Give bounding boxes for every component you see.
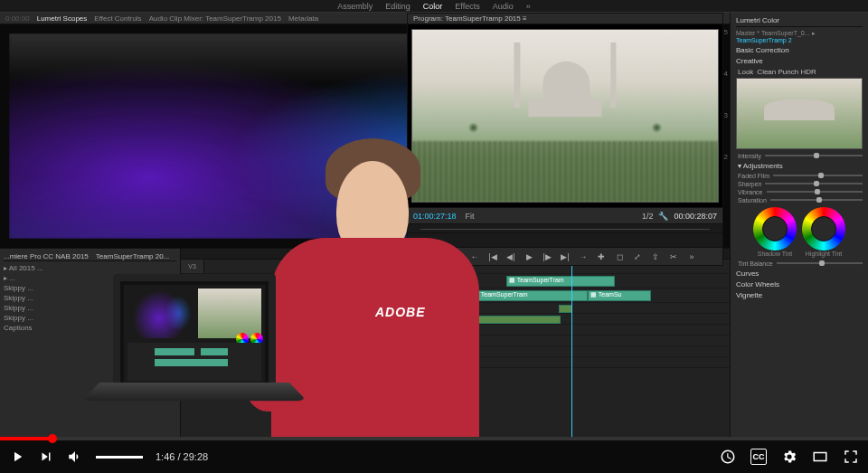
wrench-icon[interactable]: 🔧 [658, 212, 668, 221]
next-frame-btn[interactable]: |▶ [542, 251, 552, 262]
export-frame-btn[interactable]: ⇪ [650, 251, 661, 262]
slider-label-saturation: Saturation [738, 197, 767, 203]
safe-margin-btn[interactable]: ✂ [668, 251, 679, 262]
lift-btn[interactable]: ◻ [614, 251, 625, 262]
program-resolution[interactable]: 1/2 [642, 212, 654, 221]
lumetri-master: Master * TeamSuperT_0... [736, 30, 810, 36]
step-fwd-btn[interactable]: ▶| [560, 251, 571, 262]
slider-label-intensity: Intensity [738, 153, 761, 159]
program-duration: 00:00:28:07 [674, 212, 717, 221]
slider-label-sharpen: Sharpen [738, 181, 761, 187]
laptop-prop [99, 274, 289, 437]
go-to-out-btn[interactable]: → [578, 251, 589, 262]
workspace-overflow[interactable]: » [526, 2, 531, 11]
youtube-time-display: 1:46 / 29:28 [156, 451, 208, 462]
highlight-tint-label: Highlight Tint [802, 251, 845, 257]
workspace-tab-effects[interactable]: Effects [455, 2, 479, 11]
slider-label-faded-film: Faded Film [738, 173, 769, 179]
look-label: Look [738, 68, 753, 76]
presenter-shirt-logo: ADOBE [375, 305, 426, 319]
section-basic-correction[interactable]: Basic Correction [736, 46, 863, 54]
slider-faded-film[interactable] [773, 175, 863, 176]
clip-v1a[interactable]: ▦ TeamSuperTram [470, 290, 588, 301]
lumetri-seq-link[interactable]: TeamSuperTramp 2 [736, 37, 792, 43]
youtube-fullscreen-button[interactable] [843, 449, 859, 465]
lumetri-title: Lumetri Color [736, 16, 863, 27]
project-tab-app[interactable]: ...miere Pro CC NAB 2015 [4, 252, 89, 260]
step-back-btn[interactable]: |◀ [487, 251, 498, 262]
youtube-settings-button[interactable] [781, 449, 797, 465]
slider-vibrance[interactable] [767, 191, 863, 193]
youtube-progress-bar[interactable] [0, 437, 868, 440]
workspace-tab-editing[interactable]: Editing [385, 2, 410, 11]
bin-row[interactable]: ▸ All 2015 ... [4, 263, 176, 273]
prev-frame-btn[interactable]: ◀| [505, 251, 516, 262]
lumetri-color-panel: Lumetri Color Master * TeamSuperT_0... ▸… [731, 13, 868, 437]
section-curves[interactable]: Curves [736, 270, 863, 278]
youtube-cc-button[interactable]: CC [750, 449, 767, 465]
youtube-next-button[interactable] [38, 449, 54, 465]
timeline-playhead[interactable] [571, 249, 572, 437]
track-v3[interactable]: V3 [181, 260, 204, 273]
presenter-figure: ADOBE [271, 111, 479, 437]
workspace-tab-color[interactable]: Color [423, 2, 443, 11]
laptop-scope-thumb [127, 289, 191, 338]
slider-intensity[interactable] [765, 155, 863, 156]
add-marker-btn[interactable]: ✚ [596, 251, 607, 262]
look-preview[interactable] [736, 78, 863, 149]
project-tab-seq[interactable]: TeamSuperTramp 20... [96, 252, 170, 260]
youtube-watch-later-button[interactable] [720, 449, 736, 465]
shadow-tint-wheel[interactable] [753, 207, 797, 251]
section-color-wheels[interactable]: Color Wheels [736, 280, 863, 289]
transport-overflow-btn[interactable]: » [686, 251, 697, 262]
youtube-volume-slider[interactable] [96, 456, 143, 459]
section-adjustments[interactable]: ▾ Adjustments [736, 162, 863, 170]
youtube-control-bar: 1:46 / 29:28 CC [0, 437, 868, 473]
shadow-tint-label: Shadow Tint [753, 251, 797, 257]
highlight-tint-wheel[interactable] [802, 207, 845, 251]
clip-a1[interactable] [559, 305, 572, 313]
section-creative[interactable]: Creative [736, 57, 863, 65]
program-menu-icon[interactable]: ≡ [523, 14, 527, 23]
clip-a2[interactable] [470, 316, 561, 324]
look-preset-dropdown[interactable]: Clean Punch HDR [757, 68, 816, 76]
slider-tint-balance[interactable] [777, 262, 863, 264]
slider-saturation[interactable] [770, 199, 863, 201]
workspace-tab-audio[interactable]: Audio [493, 2, 514, 11]
scope-tc: 0:00:00 [5, 14, 30, 23]
tab-metadata[interactable]: Metadata [288, 14, 318, 23]
youtube-theater-button[interactable] [812, 449, 828, 465]
clip-v2[interactable]: ▦ TeamSuperTram [506, 276, 615, 287]
slider-sharpen[interactable] [765, 183, 863, 184]
extract-btn[interactable]: ⤢ [632, 251, 643, 262]
clip-v1b[interactable]: ▦ TeamSu [588, 290, 651, 301]
play-btn[interactable]: ▶ [524, 251, 534, 262]
section-vignette[interactable]: Vignette [736, 291, 863, 299]
tab-audio-clip-mixer[interactable]: Audio Clip Mixer: TeamSuperTramp 2015 [149, 14, 281, 23]
workspace-tab-assembly[interactable]: Assembly [337, 2, 373, 11]
video-content-area: Assembly Editing Color Effects Audio » 0… [0, 0, 868, 437]
youtube-play-button[interactable] [9, 449, 25, 465]
program-title: Program: TeamSuperTramp 2015 [413, 14, 521, 23]
laptop-program-thumb [198, 289, 261, 338]
youtube-volume-button[interactable] [67, 449, 83, 465]
tab-effect-controls[interactable]: Effect Controls [94, 14, 141, 23]
slider-label-vibrance: Vibrance [738, 189, 763, 195]
workspace-tab-bar: Assembly Editing Color Effects Audio » [0, 0, 868, 13]
youtube-scrubber-handle[interactable] [48, 434, 57, 443]
tab-lumetri-scopes[interactable]: Lumetri Scopes [37, 14, 88, 23]
slider-label-tint-balance: Tint Balance [738, 260, 773, 267]
